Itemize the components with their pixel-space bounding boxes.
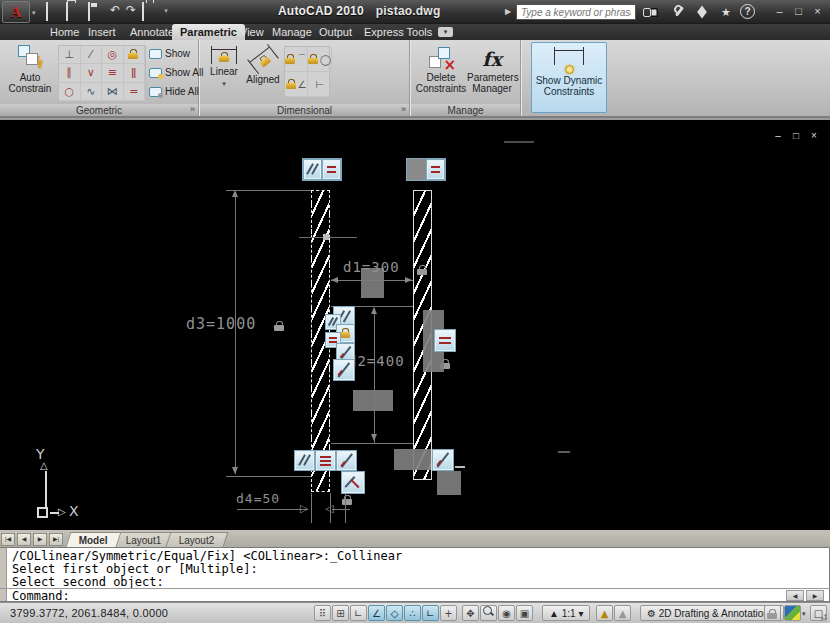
tab-insert[interactable]: Insert <box>80 24 124 40</box>
perpendicular-constraint-button[interactable]: ∨ <box>81 64 103 82</box>
perpendicular-constraint-icon[interactable] <box>341 471 365 494</box>
equal-constraint-icon[interactable] <box>322 159 341 180</box>
angular-constraint-button[interactable]: ∠ <box>285 72 308 97</box>
annotation-scale-button[interactable]: ▲ 1:1 ▾ <box>542 605 590 621</box>
fix-constraint-button[interactable] <box>124 46 146 64</box>
show-dynamic-constraints-button[interactable]: Show Dynamic Constraints <box>531 42 607 113</box>
command-window-grip[interactable] <box>0 548 7 601</box>
drawing-close-button[interactable]: × <box>807 130 821 143</box>
close-button[interactable]: × <box>811 5 824 18</box>
application-status-button[interactable] <box>784 605 801 621</box>
parallel-constraint-icon[interactable] <box>294 450 315 471</box>
snap-toggle[interactable]: ⠿ <box>314 605 331 621</box>
drawing-minimize-button[interactable]: – <box>771 130 785 143</box>
status-dropdown-icon[interactable]: ▾ <box>802 610 806 618</box>
open-file-button[interactable] <box>66 3 82 18</box>
grid-toggle[interactable]: ⊞ <box>332 605 349 621</box>
symmetric-constraint-button[interactable]: ⋈ <box>102 83 124 101</box>
ribbon-minimize-button[interactable]: ▾ <box>438 27 453 37</box>
collinear-constraint-icon[interactable] <box>333 359 355 381</box>
annotation-visibility-toggle[interactable]: ▲ <box>596 605 613 621</box>
vertical-constraint-button[interactable]: ǁ <box>124 64 146 82</box>
equal-constraint-icon[interactable] <box>426 159 445 180</box>
hide-all-constraints-button[interactable]: Hide All <box>149 82 197 101</box>
ortho-toggle[interactable]: ∟ <box>350 605 367 621</box>
parameters-manager-button[interactable]: fx Parameters Manager <box>467 42 517 94</box>
command-prompt[interactable]: Command: <box>12 589 70 603</box>
object-snap-toggle[interactable]: ◇ <box>386 605 403 621</box>
dimensional-panel-expander[interactable]: » <box>401 103 406 116</box>
d4-dimension-label[interactable]: d4=50 <box>236 491 280 506</box>
object-snap-tracking-toggle[interactable]: ∴ <box>404 605 421 621</box>
dynamic-input-toggle[interactable]: + <box>440 605 457 621</box>
application-menu-button[interactable]: A <box>2 1 30 23</box>
model-tab[interactable]: Model <box>66 532 122 547</box>
equal-constraint-button[interactable]: = <box>124 83 146 101</box>
tab-express-tools[interactable]: Express Tools <box>356 24 440 40</box>
geometric-panel-expander[interactable]: » <box>190 103 195 116</box>
first-tab-button[interactable]: |◀ <box>1 533 15 546</box>
command-scroll-left-button[interactable]: ◀ <box>786 590 804 601</box>
constraint-bar-top-left[interactable] <box>302 158 342 181</box>
qat-customize-chevron-icon[interactable]: ▾ <box>164 3 168 18</box>
coincident-constraint-button[interactable]: ⊥ <box>59 46 81 64</box>
app-menu-chevron-icon[interactable]: ▾ <box>32 9 36 17</box>
d2-dimension-label[interactable]: d2=400 <box>348 353 405 369</box>
parallel-constraint-icon[interactable] <box>303 159 322 180</box>
toolbar-lock-button[interactable] <box>764 605 781 621</box>
show-constraints-button[interactable]: Show <box>149 44 197 63</box>
tab-output[interactable]: Output <box>311 24 360 40</box>
search-expand-icon[interactable]: ▶ <box>505 7 511 16</box>
pan-button[interactable]: ✥ <box>462 605 479 621</box>
radial-constraint-button[interactable]: ⌒ <box>285 47 308 72</box>
parallel-constraint-button[interactable]: ∥ <box>59 64 81 82</box>
linear-dropdown-icon[interactable]: ▾ <box>222 80 226 87</box>
redo-button[interactable]: ↷ <box>126 3 136 18</box>
aligned-constraint-button[interactable]: Aligned <box>244 42 282 85</box>
linear-constraint-button[interactable]: Linear ▾ <box>206 42 242 89</box>
collinear-constraint-icon[interactable] <box>336 450 357 471</box>
delete-constraints-button[interactable]: × Delete Constraints <box>415 42 467 94</box>
layout2-tab[interactable]: Layout2 <box>166 532 228 547</box>
concentric-constraint-button[interactable]: ◎ <box>102 46 124 64</box>
horizontal-constraint-icon[interactable] <box>315 450 336 471</box>
auto-constrain-button[interactable]: ϟ Auto Constrain <box>5 42 55 94</box>
save-button[interactable] <box>88 3 104 18</box>
polar-tracking-toggle[interactable]: ∠ <box>368 605 385 621</box>
tangent-constraint-button[interactable]: ○ <box>59 83 81 101</box>
dynamic-ucs-toggle[interactable]: ∟ <box>422 605 439 621</box>
smooth-constraint-button[interactable]: ∿ <box>81 83 103 101</box>
help-icon[interactable]: ? <box>740 4 755 19</box>
drawing-canvas[interactable]: – □ × d3=1000 d1=300 d2=400 d4 <box>0 120 830 530</box>
show-all-constraints-button[interactable]: Show All <box>149 63 197 82</box>
favorites-star-icon[interactable]: ★ <box>717 4 735 20</box>
equal-constraint-icon[interactable] <box>434 329 456 352</box>
communication-center-icon[interactable] <box>694 4 712 20</box>
horizontal-constraint-button[interactable]: ≡ <box>102 64 124 82</box>
help-search-input[interactable] <box>516 4 636 20</box>
steering-wheel-button[interactable]: ◉ <box>498 605 515 621</box>
next-tab-button[interactable]: ▶ <box>33 533 47 546</box>
maximize-button[interactable]: □ <box>792 5 805 18</box>
last-tab-button[interactable]: ▶| <box>49 533 63 546</box>
command-window[interactable]: /COLlinear/Symmetric/Equal/Fix] <COLline… <box>0 547 830 602</box>
convert-constraint-button[interactable]: ⊢ <box>308 72 332 97</box>
command-scroll-right-button[interactable]: ▶ <box>806 590 824 601</box>
collinear-constraint-button[interactable]: ⁄ <box>81 46 103 64</box>
constraint-bar-top-right[interactable] <box>406 158 446 181</box>
plot-button[interactable] <box>142 3 158 18</box>
undo-button[interactable]: ↶ <box>110 3 120 18</box>
workspace-switch-button[interactable]: ⚙ 2D Drafting & Annotation ▾ <box>640 605 784 621</box>
prev-tab-button[interactable]: ◀ <box>17 533 31 546</box>
showmotion-button[interactable]: ▣ <box>516 605 533 621</box>
diameter-constraint-button[interactable]: ◯ <box>308 47 332 72</box>
zoom-button[interactable] <box>480 605 497 621</box>
resize-grip[interactable] <box>820 613 828 621</box>
dimmed-constraint-cell[interactable] <box>407 159 426 180</box>
grip-point[interactable] <box>323 234 329 240</box>
drawing-restore-button[interactable]: □ <box>789 130 803 143</box>
d1-dimension-label[interactable]: d1=300 <box>343 259 400 275</box>
collinear-constraint-icon[interactable] <box>432 449 454 471</box>
annotation-autoscale-toggle[interactable]: ▲ <box>614 605 631 621</box>
minimize-button[interactable]: – <box>773 5 786 18</box>
